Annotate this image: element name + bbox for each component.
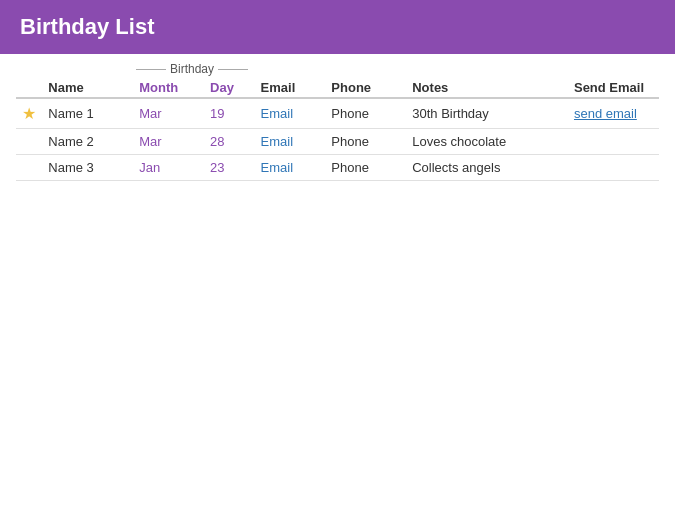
table-area: Birthday Name Month Day Email Phone Note… <box>0 54 675 181</box>
cell-phone: Phone <box>325 129 406 155</box>
page-title: Birthday List <box>20 14 154 39</box>
cell-email[interactable]: Email <box>255 98 326 129</box>
star-cell <box>16 129 42 155</box>
col-header-notes: Notes <box>406 76 568 98</box>
table-row: Name 3Jan23EmailPhoneCollects angels <box>16 155 659 181</box>
star-col-header <box>16 76 42 98</box>
col-header-name: Name <box>42 76 133 98</box>
cell-notes: Collects angels <box>406 155 568 181</box>
table-row: ★Name 1Mar19EmailPhone30th Birthdaysend … <box>16 98 659 129</box>
cell-notes: 30th Birthday <box>406 98 568 129</box>
birthday-group-label: Birthday <box>136 62 659 76</box>
cell-day: 19 <box>204 98 255 129</box>
star-cell <box>16 155 42 181</box>
cell-email[interactable]: Email <box>255 129 326 155</box>
col-header-phone: Phone <box>325 76 406 98</box>
header: Birthday List <box>0 0 675 54</box>
cell-send-email[interactable]: send email <box>568 98 659 129</box>
birthday-table: Name Month Day Email Phone Notes Send Em… <box>16 76 659 181</box>
col-header-month: Month <box>133 76 204 98</box>
cell-send-email <box>568 129 659 155</box>
table-header-row: Name Month Day Email Phone Notes Send Em… <box>16 76 659 98</box>
cell-phone: Phone <box>325 155 406 181</box>
cell-month: Jan <box>133 155 204 181</box>
cell-name: Name 1 <box>42 98 133 129</box>
table-row: Name 2Mar28EmailPhoneLoves chocolate <box>16 129 659 155</box>
cell-phone: Phone <box>325 98 406 129</box>
cell-month: Mar <box>133 98 204 129</box>
col-header-email: Email <box>255 76 326 98</box>
cell-send-email <box>568 155 659 181</box>
cell-notes: Loves chocolate <box>406 129 568 155</box>
cell-email[interactable]: Email <box>255 155 326 181</box>
cell-day: 28 <box>204 129 255 155</box>
star-cell: ★ <box>16 98 42 129</box>
cell-name: Name 2 <box>42 129 133 155</box>
col-header-day: Day <box>204 76 255 98</box>
cell-month: Mar <box>133 129 204 155</box>
cell-name: Name 3 <box>42 155 133 181</box>
col-header-send-email: Send Email <box>568 76 659 98</box>
cell-day: 23 <box>204 155 255 181</box>
